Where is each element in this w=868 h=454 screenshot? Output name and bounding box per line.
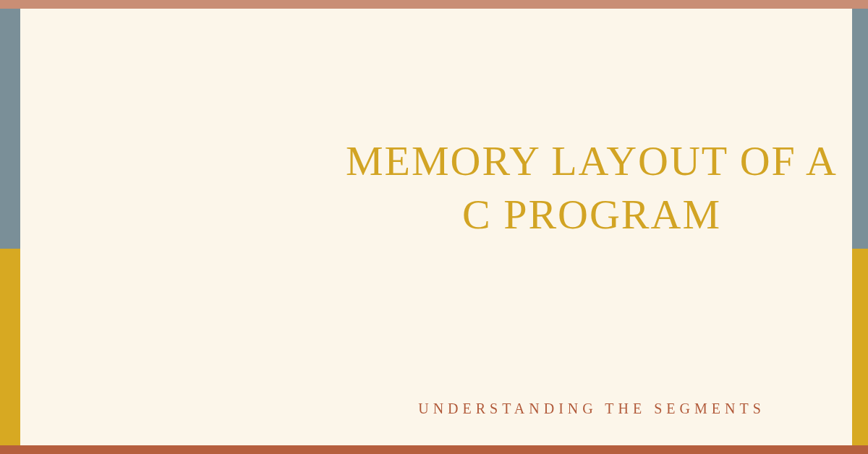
right-accent-bottom <box>852 249 868 445</box>
left-accent-top <box>0 9 20 249</box>
top-accent-bar <box>0 0 868 9</box>
left-accent-bottom <box>0 249 20 445</box>
main-title: MEMORY LAYOUT OF A C PROGRAM <box>339 134 845 241</box>
subtitle: UNDERSTANDING THE SEGMENTS <box>339 401 845 417</box>
right-accent-top <box>852 9 868 249</box>
bottom-accent-bar <box>0 445 868 454</box>
content-card: MEMORY LAYOUT OF A C PROGRAM UNDERSTANDI… <box>20 9 852 445</box>
